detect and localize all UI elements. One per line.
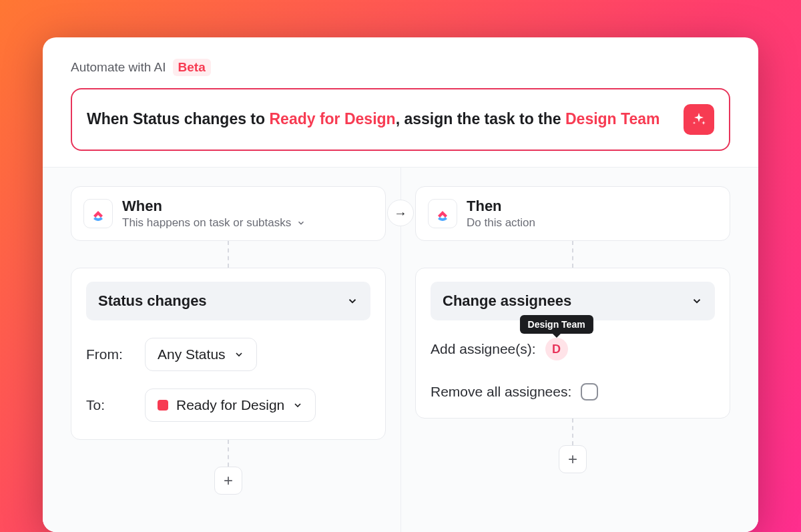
prompt-highlight-team: Design Team (565, 110, 659, 127)
from-status-dropdown[interactable]: Any Status (145, 338, 257, 371)
then-header-card[interactable]: Then Do this action (415, 186, 730, 241)
from-status-value: Any Status (158, 346, 226, 362)
chevron-down-icon (691, 295, 703, 307)
chevron-down-icon[interactable] (296, 218, 306, 228)
to-status-value: Ready for Design (176, 397, 284, 413)
chevron-down-icon (346, 295, 358, 307)
assignee-tooltip: Design Team (520, 315, 593, 334)
prompt-part2: , assign the task to the (396, 110, 565, 127)
trigger-label: Status changes (98, 292, 207, 310)
add-assignee-label: Add assignee(s): (431, 341, 536, 357)
when-column: When This happens on task or subtasks St… (71, 186, 386, 495)
add-action-button[interactable]: + (559, 445, 587, 473)
chevron-down-icon (292, 400, 303, 411)
then-column: Then Do this action Change assignees (415, 186, 730, 495)
connector-line (572, 419, 573, 445)
connector-line (572, 241, 573, 268)
then-subtitle: Do this action (467, 216, 535, 230)
prompt-text: When Status changes to Ready for Design,… (87, 109, 672, 129)
then-title: Then (467, 198, 718, 215)
assignee-chip[interactable]: D Design Team (545, 338, 568, 360)
automation-builder-window: Automate with AI Beta When Status change… (43, 37, 758, 532)
sparkle-icon (691, 111, 707, 127)
chevron-down-icon (234, 349, 244, 360)
when-subtitle: This happens on task or subtasks (122, 216, 291, 230)
to-label: To: (86, 397, 133, 413)
header-title: Automate with AI (71, 60, 166, 75)
remove-assignees-label: Remove all assignees: (431, 384, 571, 400)
prompt-part1: When Status changes to (87, 110, 269, 127)
header-area: Automate with AI Beta When Status change… (43, 37, 758, 151)
then-body-card: Change assignees Add assignee(s): D Desi… (415, 268, 730, 419)
action-label: Change assignees (443, 292, 571, 310)
connector-line (228, 241, 229, 268)
when-body-card: Status changes From: Any Status To: (71, 268, 386, 440)
beta-badge: Beta (173, 59, 211, 76)
assignee-initial: D (552, 342, 561, 356)
clickup-logo-icon (83, 199, 113, 228)
trigger-dropdown[interactable]: Status changes (86, 282, 370, 320)
arrow-connector-icon: → (387, 200, 414, 226)
status-color-swatch (158, 400, 168, 411)
to-status-dropdown[interactable]: Ready for Design (145, 388, 316, 422)
when-header-card[interactable]: When This happens on task or subtasks (71, 186, 386, 241)
prompt-highlight-status: Ready for Design (269, 110, 395, 127)
ai-generate-button[interactable] (684, 104, 714, 135)
add-condition-button[interactable]: + (214, 467, 242, 495)
connector-line (228, 440, 229, 467)
remove-assignees-checkbox[interactable] (581, 383, 598, 401)
when-title: When (122, 198, 373, 215)
ai-prompt-input[interactable]: When Status changes to Ready for Design,… (71, 88, 730, 151)
from-label: From: (86, 346, 133, 362)
automation-canvas: → When This happens on (43, 167, 758, 532)
clickup-logo-icon (428, 199, 457, 228)
